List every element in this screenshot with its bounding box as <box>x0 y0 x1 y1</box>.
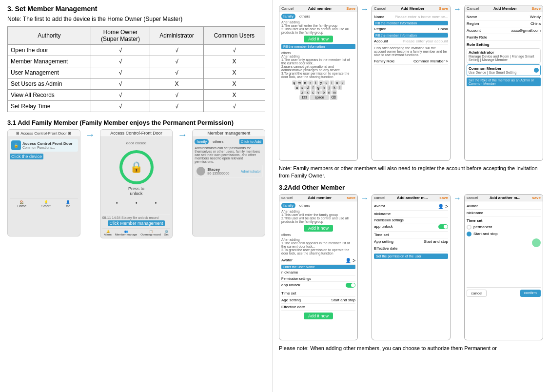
phone-3-body: family others Click to Add Administrator… <box>193 137 265 236</box>
col-header-administrator: Administrator <box>150 27 204 45</box>
arrow-2: → <box>176 129 188 140</box>
section32-title: 3.2Add Other Member <box>279 184 543 191</box>
right-phone-a: Cancel Add member Save family others Aft… <box>279 5 358 161</box>
phone-1-body: 🔒 Access Control-Front Door Common Funct… <box>8 137 80 236</box>
phone-3-header: Member management <box>193 130 265 137</box>
right-phone-b-body: NamePlease enter a home membe... Fill th… <box>372 12 450 66</box>
table-row-cell: √ <box>91 90 150 101</box>
table-row-cell: √ <box>91 67 150 78</box>
phone-1: ⊞ Access Control-Front Door ⊞ 🔒 Access C… <box>7 129 80 236</box>
table-row-cell: √ <box>91 56 150 67</box>
click-to-add[interactable]: Click to Add <box>239 139 263 144</box>
right-phone-f: cancel Add another m... save Avatar nick… <box>464 194 543 340</box>
right-phone-a-header: Cancel Add member Save <box>279 5 357 12</box>
right-phone-f-body: Avatar nickname Time set permanent Start… <box>465 201 543 298</box>
right-phone-f-header: cancel Add another m... save <box>465 195 543 201</box>
right-phone-e: cancel Add another m... save Avatar👤 > n… <box>372 194 451 340</box>
right-phone-e-body: Avatar👤 > nickname Permission settings a… <box>372 201 450 260</box>
app-unlock-toggle[interactable] <box>346 283 355 288</box>
press-unlock-text: Press tounlock <box>102 186 171 196</box>
table-row-cell: √ <box>91 78 150 90</box>
admin-role-box: Administrator Manage Device and Room | M… <box>467 48 541 63</box>
table-row-cell: √ <box>150 67 204 78</box>
phone-row-31: ⊞ Access Control-Front Door ⊞ 🔒 Access C… <box>7 129 265 238</box>
table-row-cell: X <box>150 78 204 90</box>
cancel-btn-f[interactable]: cancel <box>467 290 487 297</box>
table-row-label: Member Management <box>8 56 91 67</box>
right-phone-d-header: cancel Add member save <box>279 195 357 201</box>
right-arrow-2: → <box>452 5 462 14</box>
set-permission-highlight: Set the permission of the user <box>374 254 448 259</box>
arrow-1: → <box>84 129 96 140</box>
lock-icon: 🔒 <box>119 150 154 184</box>
add-now-btn-d[interactable]: Add it now <box>304 225 333 232</box>
family-tab[interactable]: family <box>195 139 209 144</box>
right-phone-e-header: cancel Add another m... save <box>372 195 450 201</box>
right-arrow-3: → <box>360 194 370 203</box>
right-phone-b-header: Cancel Add Member Save <box>372 5 450 12</box>
fill-info-highlight-b2: Fill the member information <box>374 33 448 38</box>
right-phone-d: cancel Add member save family others Aft… <box>279 194 358 340</box>
col-header-commonusers: Common Users <box>203 27 265 45</box>
app-unlock-toggle-e[interactable] <box>438 224 448 229</box>
table-row-cell: X <box>203 67 265 78</box>
table-row-cell: X <box>203 56 265 67</box>
right-arrow-1: → <box>360 5 370 14</box>
click-member-highlight: Click Member management <box>108 220 164 226</box>
authority-table: Authority Home Owner(Super Master) Admin… <box>7 26 265 112</box>
phone-a-family-tab[interactable]: family <box>281 14 295 19</box>
phone-1-header: ⊞ Access Control-Front Door ⊞ <box>8 130 80 137</box>
table-row-label: User Management <box>8 67 91 78</box>
role-highlight: Set the Role of the member as an Admin o… <box>467 78 541 86</box>
col-header-homeowner: Home Owner(Super Master) <box>91 27 150 45</box>
fill-member-highlight: Fill the member Information <box>281 44 355 49</box>
bottom-note: Please note: When adding other members, … <box>279 344 543 353</box>
main-note: Note: The first to add the device is the… <box>7 16 265 22</box>
table-row-cell: X <box>203 78 265 90</box>
main-heading: 3. Set Member Management <box>7 5 265 13</box>
table-row-cell: √ <box>150 45 204 56</box>
table-row-label: Open the door <box>8 45 91 56</box>
table-row-cell: √ <box>150 56 204 67</box>
right-phone-c-body: NameWindy RegionChina Accountxxxx@gmail.… <box>465 12 543 88</box>
phone-2: Access Control-Front Door door closed 🔒 … <box>100 129 173 238</box>
phone-2-header: Access Control-Front Door <box>100 130 173 137</box>
section31-title: 3.1 Add Family Member (Family Member enj… <box>7 119 265 126</box>
phone-a-others-tab[interactable]: others <box>297 14 312 19</box>
left-panel: 3. Set Member Management Note: The first… <box>0 0 273 392</box>
add-now-btn-d2[interactable]: Add it now <box>304 313 333 319</box>
others-tab[interactable]: others <box>211 139 225 144</box>
right-phone-row-2: cancel Add member save family others Aft… <box>279 194 543 340</box>
table-row-cell: √ <box>91 45 150 56</box>
common-role-box: Common Member Use Device | Use Smart Set… <box>467 64 541 76</box>
table-row-cell: √ <box>91 101 150 112</box>
right-phone-row-1: Cancel Add member Save family others Aft… <box>279 5 543 161</box>
confirm-btn-f[interactable]: confirm <box>520 290 541 297</box>
right-phone-c-header: Cancel Add Member Save <box>465 5 543 12</box>
phone-3: Member management family others Click to… <box>192 129 265 236</box>
col-header-authority: Authority <box>8 27 91 45</box>
table-row-cell: X <box>203 90 265 101</box>
table-row-label: View All Records <box>8 90 91 101</box>
table-row-label: Set Relay Time <box>8 101 91 112</box>
click-device-highlight: Click the device <box>10 154 43 159</box>
add-now-btn-a[interactable]: Add it now <box>304 36 333 42</box>
right-panel: Cancel Add member Save family others Aft… <box>273 0 549 392</box>
right-phone-a-body: family others After adding1.The user wil… <box>279 12 357 102</box>
table-row-label: Set Users as Admin <box>8 78 91 90</box>
table-row-cell: √ <box>150 90 204 101</box>
table-row-cell: √ <box>203 45 265 56</box>
right-phone-c: Cancel Add Member Save NameWindy RegionC… <box>464 5 543 161</box>
table-row-cell: √ <box>150 101 204 112</box>
fill-info-highlight-b: Fill the member Information <box>374 21 448 25</box>
right-phone-d-body: family others After adding1.This user wi… <box>279 201 357 322</box>
table-row-cell: √ <box>203 101 265 112</box>
right-arrow-4: → <box>452 194 462 203</box>
phone-2-body: door closed 🔒 Press tounlock ●●● 08-11 1… <box>100 137 173 238</box>
enter-username-highlight: Enter the User Name <box>281 265 355 269</box>
section-note: Note: Family members or other members wi… <box>279 165 543 180</box>
right-phone-b: Cancel Add Member Save NamePlease enter … <box>372 5 451 161</box>
